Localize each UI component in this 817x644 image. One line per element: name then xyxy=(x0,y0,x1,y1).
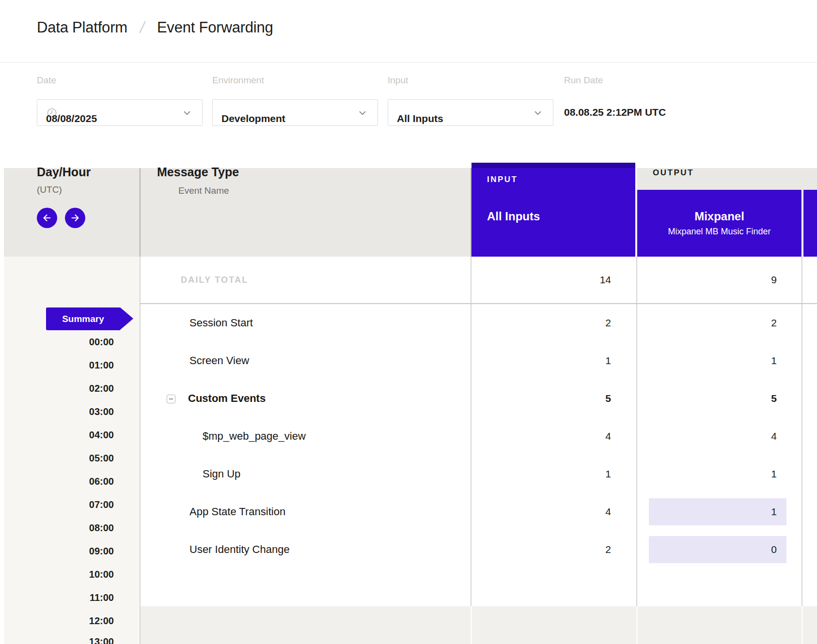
output-count: 0 xyxy=(771,531,777,568)
input-count: 4 xyxy=(605,417,611,455)
hour-label[interactable]: 13:00 xyxy=(0,636,114,644)
hour-label[interactable]: 07:00 xyxy=(0,499,114,510)
event-name: Session Start xyxy=(140,304,253,342)
table-row: App State Transition 4 1 xyxy=(140,493,817,531)
hour-label[interactable]: 04:00 xyxy=(0,429,114,441)
top-bar: Data Platform / Event Forwarding xyxy=(0,0,817,62)
breadcrumb: Data Platform / Event Forwarding xyxy=(37,18,273,37)
table-row: $mp_web_page_view 4 4 xyxy=(140,417,817,455)
hour-label[interactable]: 11:00 xyxy=(0,592,114,603)
hour-label[interactable]: 10:00 xyxy=(0,569,114,580)
chevron-down-icon xyxy=(357,107,368,118)
hour-label[interactable]: 06:00 xyxy=(0,476,114,487)
event-name: User Identity Change xyxy=(140,531,290,568)
daily-total-label: DAILY TOTAL xyxy=(181,257,249,303)
column-divider xyxy=(801,606,803,644)
hour-label[interactable]: 08:00 xyxy=(0,522,114,534)
hour-label[interactable]: 12:00 xyxy=(0,615,114,627)
hour-label[interactable]: 05:00 xyxy=(0,453,114,464)
hour-label[interactable]: 01:00 xyxy=(0,360,114,371)
summary-label: Summary xyxy=(46,307,120,330)
table-row: Sign Up 1 1 xyxy=(140,455,817,493)
event-forwarding-page: Data Platform / Event Forwarding Date 08… xyxy=(0,0,817,644)
breadcrumb-separator: / xyxy=(138,18,146,37)
event-name: Sign Up xyxy=(140,455,240,493)
table-row: Session Start 2 2 xyxy=(140,304,817,342)
highlighted-output-cell[interactable] xyxy=(649,536,786,563)
chevron-down-icon xyxy=(533,107,543,118)
flag-tip xyxy=(120,307,133,330)
input-count: 2 xyxy=(605,531,611,568)
chevron-down-icon xyxy=(182,107,192,118)
environment-filter-label: Environment xyxy=(212,75,264,86)
input-value: All Inputs xyxy=(397,100,443,138)
input-select[interactable]: All Inputs xyxy=(388,99,553,126)
next-output-column-header xyxy=(803,190,817,257)
event-name: $mp_web_page_view xyxy=(140,417,306,455)
hour-label[interactable]: 02:00 xyxy=(0,383,114,394)
hour-label[interactable]: 09:00 xyxy=(0,546,114,557)
input-count: 1 xyxy=(605,455,611,493)
day-hour-subtitle: (UTC) xyxy=(37,184,62,195)
table-row: User Identity Change 2 0 xyxy=(140,531,817,568)
run-date-label: Run Date xyxy=(564,75,603,86)
mixpanel-column-header[interactable]: Mixpanel Mixpanel MB Music Finder xyxy=(637,190,801,257)
day-hour-title: Day/Hour xyxy=(37,165,91,179)
output-count: 4 xyxy=(771,417,777,455)
day-navigation xyxy=(37,208,85,228)
output-count: 5 xyxy=(771,380,777,417)
input-count: 5 xyxy=(605,380,611,417)
event-name: Screen View xyxy=(140,342,249,380)
next-day-button[interactable] xyxy=(65,208,85,228)
date-filter-label: Date xyxy=(37,75,56,86)
arrow-left-icon xyxy=(42,213,52,223)
environment-value: Development xyxy=(221,100,285,138)
highlighted-output-cell[interactable] xyxy=(649,498,786,525)
output-count: 1 xyxy=(771,342,777,380)
input-filter-label: Input xyxy=(388,75,408,86)
column-divider xyxy=(636,606,638,644)
run-date-value: 08.08.25 2:12PM UTC xyxy=(564,107,666,118)
arrow-right-icon xyxy=(70,213,80,223)
input-group-label: INPUT xyxy=(487,175,635,184)
daily-total-output-value: 9 xyxy=(771,257,777,303)
date-select[interactable]: 08/08/2025 xyxy=(37,99,203,126)
daily-total-row: DAILY TOTAL 14 9 xyxy=(140,257,817,304)
table-footer-band xyxy=(141,606,817,644)
message-type-title: Message Type xyxy=(157,165,239,179)
output-count: 1 xyxy=(771,493,777,531)
environment-select[interactable]: Development xyxy=(212,99,378,126)
output-count: 1 xyxy=(771,455,777,493)
input-count: 4 xyxy=(605,493,611,531)
prev-day-button[interactable] xyxy=(37,208,57,228)
table-row: Screen View 1 1 xyxy=(140,342,817,380)
column-divider xyxy=(471,606,472,644)
input-count: 2 xyxy=(605,304,611,342)
daily-total-input-value: 14 xyxy=(600,257,611,303)
mixpanel-column-title: Mixpanel xyxy=(694,210,744,223)
event-name: Custom Events xyxy=(140,380,266,417)
date-value: 08/08/2025 xyxy=(46,100,97,138)
mixpanel-column-subtitle: Mixpanel MB Music Finder xyxy=(668,227,770,237)
output-count: 2 xyxy=(771,304,777,342)
input-count: 1 xyxy=(605,342,611,380)
summary-flag[interactable]: Summary xyxy=(46,307,133,330)
all-inputs-column-title: All Inputs xyxy=(487,210,635,223)
column-divider xyxy=(140,168,141,257)
all-inputs-column-header[interactable]: INPUT All Inputs xyxy=(471,163,635,257)
page-title: Event Forwarding xyxy=(157,19,273,36)
event-name: App State Transition xyxy=(140,493,285,531)
message-type-subtitle: Event Name xyxy=(178,185,229,196)
hour-label[interactable]: 03:00 xyxy=(0,406,114,417)
output-group-label: OUTPUT xyxy=(653,168,694,178)
table-row: Custom Events 5 5 xyxy=(140,380,817,417)
hour-label[interactable]: 00:00 xyxy=(0,337,114,348)
breadcrumb-section[interactable]: Data Platform xyxy=(37,19,127,36)
